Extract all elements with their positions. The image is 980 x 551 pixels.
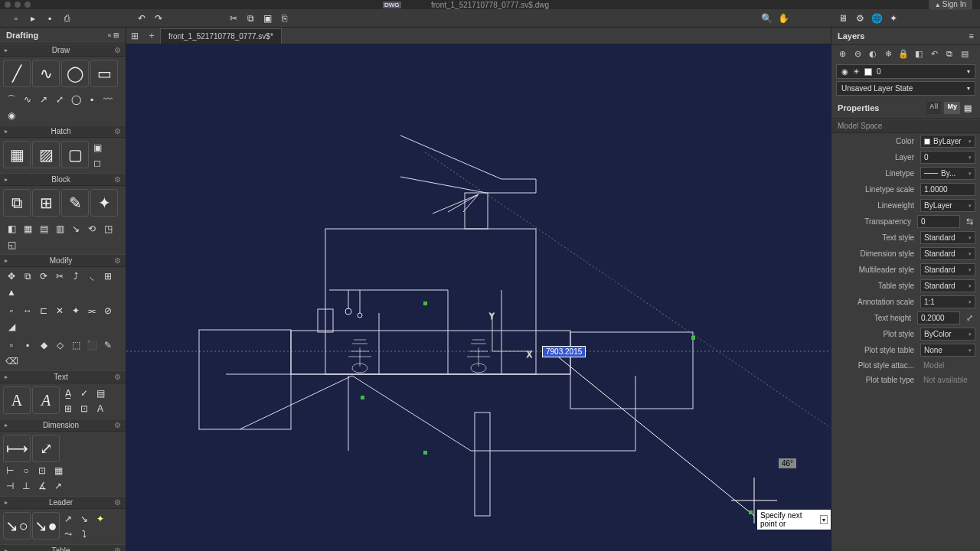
xline-tool-icon[interactable]: ⤢ (53, 93, 67, 106)
gradient-tool-icon[interactable]: ▨ (32, 141, 60, 168)
rotate-tool-icon[interactable]: ⟳ (37, 269, 51, 283)
dim3-icon[interactable]: ⊡ (35, 464, 49, 478)
properties-panel-header[interactable]: Properties All My ▤ (831, 98, 980, 119)
block-attr-icon[interactable]: ✦ (90, 189, 118, 217)
explode-tool-icon[interactable]: ✦ (69, 304, 83, 318)
txt2-icon[interactable]: ✓ (77, 386, 91, 400)
prop-lweight[interactable]: ByLayer▾ (920, 199, 975, 212)
mod2-icon[interactable]: ▪ (21, 338, 34, 352)
mod4-icon[interactable]: ◇ (53, 338, 67, 352)
mod1-icon[interactable]: ▫ (5, 338, 18, 352)
prop-color[interactable]: ByLayer▾ (920, 135, 975, 148)
prop-textstyle[interactable]: Standard▾ (920, 231, 975, 244)
ray-tool-icon[interactable]: ↗ (37, 93, 51, 106)
dim5-icon[interactable]: ⊣ (3, 479, 17, 493)
layer-del-icon[interactable]: ⊖ (851, 47, 864, 60)
ellipse-tool-icon[interactable]: ◯ (69, 93, 83, 106)
drafting-panel-header[interactable]: Drafting« ⊞ (0, 28, 126, 44)
dim7-icon[interactable]: ∡ (35, 479, 49, 493)
hatch-tool-icon[interactable]: ▦ (3, 141, 31, 168)
prop-pstable[interactable]: None▾ (920, 344, 975, 357)
prop-annoscale[interactable]: 1:1▾ (920, 295, 975, 308)
polyline-tool-icon[interactable]: ∿ (32, 60, 60, 87)
selection-space[interactable]: Model Space (831, 119, 980, 133)
spline-tool-icon[interactable]: ∿ (21, 93, 34, 106)
donut-tool-icon[interactable]: ◉ (5, 109, 18, 122)
chamfer-tool-icon[interactable]: ◢ (5, 320, 18, 334)
circle-tool-icon[interactable]: ◯ (61, 60, 89, 87)
blk2-icon[interactable]: ▦ (21, 222, 34, 236)
point-tool-icon[interactable]: ▪ (85, 93, 99, 106)
section-draw[interactable]: Draw⚙ (0, 44, 126, 57)
mod6-icon[interactable]: ⬛ (85, 338, 99, 352)
txt4-icon[interactable]: ⊞ (61, 402, 75, 416)
txt1-icon[interactable]: A̲ (61, 386, 75, 400)
blk5-icon[interactable]: ↘ (69, 222, 83, 236)
globe-icon[interactable]: 🌐 (870, 11, 884, 25)
print-icon[interactable]: ⎙ (60, 11, 74, 25)
rectangle-tool-icon[interactable]: ▭ (90, 60, 118, 87)
trim-tool-icon[interactable]: ✂ (53, 269, 67, 283)
dim-aligned-icon[interactable]: ⤢ (32, 435, 60, 462)
blk3-icon[interactable]: ▤ (37, 222, 51, 236)
command-prompt[interactable]: Specify next point or▾ (757, 510, 831, 530)
blk1-icon[interactable]: ◧ (5, 222, 18, 236)
screen-icon[interactable]: 🖥 (836, 11, 850, 25)
open-icon[interactable]: ▸ (26, 11, 40, 25)
layer-lock-icon[interactable]: 🔒 (897, 47, 910, 60)
txt3-icon[interactable]: ▤ (93, 386, 107, 400)
dim-linear-icon[interactable]: ⟼ (3, 435, 31, 462)
prop-tablestyle[interactable]: Standard▾ (920, 279, 975, 292)
redo-icon[interactable]: ↷ (152, 11, 165, 25)
ld5-icon[interactable]: ⤵ (77, 527, 91, 541)
stretch-tool-icon[interactable]: ↔ (21, 304, 34, 318)
dim1-icon[interactable]: ⊢ (3, 464, 17, 478)
layer-match-icon[interactable]: ⧉ (943, 47, 956, 60)
region-tool-icon[interactable]: ▣ (90, 141, 104, 155)
document-tab[interactable]: front_1_521710778_0777.sv$* (160, 28, 282, 44)
fillet-tool-icon[interactable]: ◟ (85, 269, 99, 283)
move-tool-icon[interactable]: ✥ (5, 269, 18, 283)
new-icon[interactable]: ▫ (9, 11, 23, 25)
filter-all-button[interactable]: All (926, 102, 942, 114)
current-layer-dropdown[interactable]: ◉☀0▾ (836, 64, 975, 79)
dimension-input[interactable]: 7903.2015 (542, 346, 586, 357)
mod5-icon[interactable]: ⬚ (69, 338, 83, 352)
layers-panel-header[interactable]: Layers≡ (831, 28, 980, 45)
grid-view-icon[interactable]: ⊞ (126, 28, 143, 44)
txt6-icon[interactable]: A (93, 402, 107, 416)
offset-tool-icon[interactable]: ⊏ (37, 304, 51, 318)
prompt-dropdown-icon[interactable]: ▾ (820, 515, 828, 524)
mod7-icon[interactable]: ✎ (101, 338, 115, 352)
blk8-icon[interactable]: ◱ (5, 238, 18, 252)
props-list-icon[interactable]: ▤ (962, 102, 974, 114)
helix-tool-icon[interactable]: 〰 (101, 93, 115, 106)
dim8-icon[interactable]: ↗ (51, 479, 65, 493)
plugin-icon[interactable]: ⚙ (853, 11, 867, 25)
prop-dimstyle[interactable]: Standard▾ (920, 247, 975, 260)
prop-linetype[interactable]: By...▾ (920, 167, 975, 180)
extend-tool-icon[interactable]: ⤴ (69, 269, 83, 283)
wipeout-tool-icon[interactable]: ◻ (90, 156, 104, 170)
dim2-icon[interactable]: ○ (19, 464, 33, 478)
layers-menu-icon[interactable]: ≡ (969, 31, 974, 41)
boundary-tool-icon[interactable]: ▢ (61, 141, 89, 168)
pan-icon[interactable]: ✋ (776, 11, 790, 25)
layer-prev-icon[interactable]: ↶ (928, 47, 940, 60)
arc-tool-icon[interactable]: ⌒ (5, 93, 18, 106)
section-hatch[interactable]: Hatch⚙ (0, 125, 126, 138)
prop-mleaderstyle[interactable]: Standard▾ (920, 263, 975, 276)
copy-tool-icon[interactable]: ⧉ (21, 269, 34, 283)
prop-plotstyle[interactable]: ByColor▾ (920, 328, 975, 341)
window-controls[interactable] (5, 2, 31, 8)
filter-my-button[interactable]: My (944, 102, 960, 114)
txt5-icon[interactable]: ⊡ (77, 402, 91, 416)
layer-state-dropdown[interactable]: Unsaved Layer State▾ (836, 81, 975, 96)
create-block-icon[interactable]: ⊞ (32, 189, 60, 217)
ld3-icon[interactable]: ✦ (93, 512, 107, 526)
stext-tool-icon[interactable]: A (32, 386, 60, 414)
scale-tool-icon[interactable]: ▫ (5, 304, 18, 318)
sign-in-button[interactable]: Sign In (929, 0, 972, 10)
edit-block-icon[interactable]: ✎ (61, 189, 89, 217)
prop-textheight[interactable]: 0.2000 (917, 311, 960, 324)
